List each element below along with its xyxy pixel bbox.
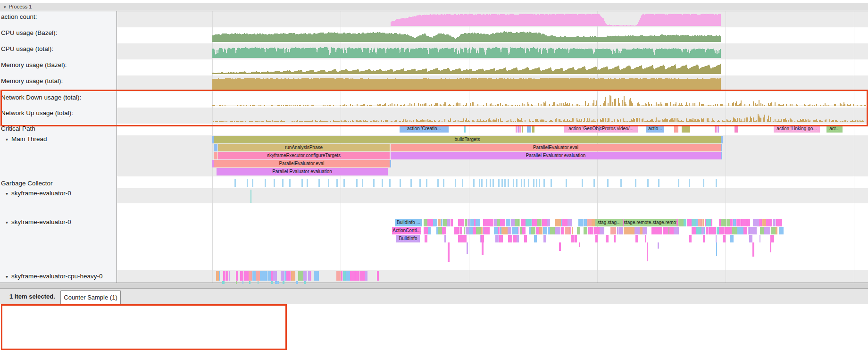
track-label-text: Network Down usage (total): — [1, 94, 81, 101]
main-thread-slice[interactable]: skyframeExecutor.configureTargets — [218, 152, 390, 159]
track-label-text: skyframe-evaluator-0 — [11, 190, 71, 197]
main-thread-slice[interactable]: ParallelEvaluator.eval — [214, 160, 390, 167]
counter-chart-1[interactable] — [0, 27, 868, 43]
slice-strip[interactable] — [0, 281, 868, 284]
critical-path-slice[interactable]: action 'Linking go... — [774, 125, 820, 133]
track-label-text: Network Up usage (total): — [1, 109, 73, 117]
track-label[interactable]: Network Down usage (total): — [1, 94, 81, 101]
track-label-text: Memory usage (total): — [1, 77, 63, 84]
critical-path-slice[interactable] — [522, 125, 523, 133]
collapse-triangle-icon[interactable]: ▾ — [6, 137, 8, 142]
track-row[interactable] — [117, 124, 868, 135]
track-label[interactable]: Memory usage (total): — [1, 77, 63, 84]
main-thread-slice[interactable] — [721, 136, 723, 143]
collapse-triangle-icon[interactable]: ▾ — [6, 191, 8, 196]
critical-path-slice[interactable] — [532, 125, 534, 133]
track-label[interactable]: Network Up usage (total): — [1, 109, 73, 117]
trace-viewer: ▾Process 1 action 'Creatin...action 'Gen… — [0, 0, 868, 350]
main-thread-slice[interactable] — [214, 152, 217, 159]
main-thread-slice[interactable]: buildTargets — [214, 136, 721, 143]
track-label[interactable]: action count: — [1, 13, 37, 20]
main-thread-slice[interactable] — [721, 144, 722, 151]
critical-path-slice[interactable] — [734, 125, 738, 133]
track-label-text: action count: — [1, 13, 37, 20]
process-title: Process 1 — [9, 4, 32, 9]
critical-path-slice[interactable] — [519, 125, 521, 133]
counter-chart-6[interactable] — [0, 108, 868, 124]
critical-path-slice[interactable] — [516, 125, 517, 133]
slice-strip[interactable] — [0, 235, 868, 242]
slice-strip[interactable] — [0, 242, 868, 265]
track-label[interactable]: ▾skyframe-evaluator-0 — [1, 190, 71, 197]
critical-path-slice[interactable] — [682, 125, 690, 133]
gc-ticks[interactable] — [0, 179, 868, 187]
evaluator-slice[interactable]: stag.stag... — [595, 219, 623, 226]
track-label-text: Main Thread — [11, 135, 47, 142]
detail-panel: CounterSeriesTimeValue Network Down usag… — [0, 304, 868, 350]
critical-path-slice[interactable] — [527, 125, 531, 133]
critical-path-slice[interactable]: action 'Creatin... — [400, 125, 449, 133]
counter-chart-3[interactable] — [0, 59, 868, 75]
main-thread-slice[interactable] — [214, 144, 217, 151]
track-label[interactable]: CPU usage (total): — [1, 45, 53, 52]
counter-chart-0[interactable] — [0, 11, 868, 27]
detail-tab-bar — [0, 289, 868, 304]
selection-status: 1 item selected. — [9, 293, 55, 300]
main-thread-slice[interactable] — [721, 152, 722, 159]
slice-strip[interactable] — [0, 219, 868, 226]
track-label-text: Critical Path — [1, 125, 35, 132]
counter-chart-2[interactable] — [0, 43, 868, 59]
critical-path-slice[interactable] — [517, 125, 519, 133]
evaluator-slice[interactable]: stage.remote.stage.remot... — [624, 219, 676, 226]
track-label-text: Garbage Collector — [1, 180, 53, 187]
tab-counter-sample[interactable]: Counter Sample (1) — [60, 290, 121, 305]
track-label-text: skyframe-evaluator-0 — [11, 218, 71, 225]
track-label[interactable]: ▾skyframe-evaluator-cpu-heavy-0 — [1, 273, 103, 280]
trace-mark[interactable] — [250, 190, 251, 203]
main-thread-slice[interactable]: Parallel Evaluator evaluation — [217, 168, 388, 175]
main-thread-slice[interactable]: Parallel Evaluator evaluation — [391, 152, 721, 159]
track-row[interactable] — [117, 203, 868, 217]
evaluator-slice[interactable]: ActionConti... — [392, 227, 421, 234]
track-label[interactable]: CPU usage (Bazel): — [1, 29, 57, 36]
track-name-sidebar: action count:CPU usage (Bazel):CPU usage… — [0, 11, 117, 283]
track-label-text: Memory usage (Bazel): — [1, 61, 67, 68]
evaluator-slice[interactable]: BuildInfo — [396, 235, 420, 242]
track-label[interactable]: Memory usage (Bazel): — [1, 61, 67, 68]
track-label-text: CPU usage (total): — [1, 45, 53, 52]
critical-path-slice[interactable] — [674, 125, 678, 133]
counter-chart-4[interactable] — [0, 75, 868, 92]
main-thread-slice[interactable]: ParallelEvaluator.eval — [391, 144, 721, 151]
main-thread-slice[interactable] — [390, 160, 391, 167]
critical-path-slice[interactable] — [718, 125, 719, 133]
slice-strip[interactable] — [0, 227, 868, 234]
collapse-triangle-icon[interactable]: ▾ — [6, 274, 8, 279]
collapse-triangle-icon[interactable]: ▾ — [6, 220, 8, 225]
critical-path-slice[interactable] — [464, 125, 466, 133]
track-label[interactable]: Garbage Collector — [1, 180, 53, 187]
slice-strip[interactable] — [0, 271, 868, 281]
track-label[interactable]: Critical Path — [1, 125, 35, 132]
track-label-text: skyframe-evaluator-cpu-heavy-0 — [11, 273, 103, 280]
critical-path-slice[interactable]: act... — [826, 125, 843, 133]
collapse-triangle-icon[interactable]: ▾ — [4, 3, 6, 11]
evaluator-slice[interactable]: BuildInfo ... — [395, 219, 422, 226]
critical-path-slice[interactable] — [715, 125, 717, 133]
track-row[interactable] — [117, 188, 868, 203]
track-label[interactable]: ▾Main Thread — [1, 135, 47, 142]
critical-path-slice[interactable]: action 'GenObjcProtos video/... — [564, 125, 638, 133]
process-header[interactable]: ▾Process 1 — [0, 3, 868, 11]
counter-chart-5[interactable] — [0, 92, 868, 108]
track-label[interactable]: ▾skyframe-evaluator-0 — [1, 218, 71, 225]
critical-path-slice[interactable]: actio... — [646, 125, 664, 133]
main-thread-slice[interactable]: runAnalysisPhase — [218, 144, 390, 151]
track-label-text: CPU usage (Bazel): — [1, 29, 57, 36]
